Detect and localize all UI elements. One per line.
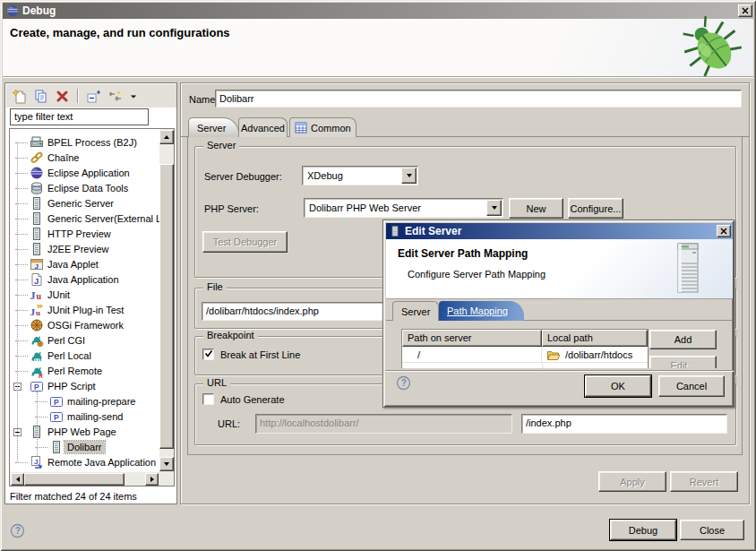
close-button[interactable]: Close [680,520,744,540]
edit-server-dialog: Edit Server Edit Server Path Mapping Con… [382,220,735,408]
server-icon [30,242,44,256]
svg-text:J: J [35,263,39,271]
datatools-icon [30,181,44,195]
cancel-button[interactable]: Cancel [658,375,725,397]
server-tower-icon [674,242,703,296]
chain-icon [30,151,44,165]
url-path-input[interactable]: /index.php [521,414,727,434]
menu-arrow-icon[interactable] [129,89,138,104]
break-first-line-checkbox[interactable] [202,349,214,360]
scroll-left-button[interactable] [11,473,24,486]
filter-input[interactable]: type filter text [10,108,149,125]
scroll-up-button[interactable] [159,130,174,144]
new-server-button[interactable]: New [509,198,563,219]
window-title: Debug [22,4,56,17]
edit-server-header: Edit Server Path Mapping Configure Serve… [386,239,733,299]
test-debugger-button[interactable]: Test Debugger [202,231,288,253]
edit-server-heading: Edit Server Path Mapping [398,247,528,260]
osgi-icon [30,318,44,332]
svg-text:P: P [34,383,39,392]
revert-button[interactable]: Revert [670,471,738,492]
break-first-line-label: Break at First Line [220,349,300,360]
banner-title: Create, manage, and run configurations [10,26,230,39]
url-label: URL: [218,418,240,429]
help-button[interactable]: ? [10,523,25,538]
bug-icon [676,16,746,77]
table-row[interactable]: / /dolibarr/htdocs [402,347,648,363]
ok-button[interactable]: OK [585,375,651,397]
common-tab-icon [295,122,307,133]
apply-button[interactable]: Apply [598,471,666,492]
scroll-down-button[interactable] [159,457,174,471]
php-icon: P [49,409,64,424]
add-mapping-button[interactable]: Add [649,330,717,349]
debug-button[interactable]: Debug [610,520,676,540]
modal-tab-server[interactable]: Server [392,301,439,321]
server-debugger-label: Server Debugger: [204,171,282,182]
edit-mapping-button[interactable]: Edit... [649,356,717,368]
edit-server-subheading: Configure Server Path Mapping [408,269,546,280]
breakpoint-group-label: Breakpoint [203,330,258,340]
svg-text:J: J [30,289,36,302]
configure-server-button[interactable]: Configure... [568,198,623,219]
tree-item-label: JUnit Plug-in Test [45,304,126,316]
tree-item-label: HTTP Preview [45,228,114,240]
junit-plugin-icon: Ju [30,303,44,317]
modal-separator [385,370,734,372]
new-config-icon[interactable] [12,89,27,104]
folder-icon [546,349,561,361]
tab-server[interactable]: Server [188,117,239,137]
debug-dialog: Debug Create, manage, and run configurat… [0,0,756,551]
dropdown-arrow[interactable] [401,168,417,184]
col-path-on-server[interactable]: Path on server [402,330,542,347]
modal-content: Path on server Local path / /dolibarr/ht… [386,321,733,368]
close-icon [740,5,751,16]
auto-generate-checkbox[interactable] [202,393,214,405]
server-group-label: Server [203,140,239,151]
server-icon [30,211,44,226]
tab-common[interactable]: Common [289,117,357,137]
vscroll-thumb[interactable] [159,164,174,449]
close-edit-server-button[interactable] [717,225,731,237]
php-icon: P [49,394,64,409]
duplicate-icon[interactable] [33,89,48,104]
col-local-path[interactable]: Local path [542,330,648,347]
config-types-panel: type filter text BPEL Process (B2J)Chaîn… [4,82,177,504]
perl-cgi-icon [30,333,44,348]
svg-text:u: u [37,291,42,301]
url-group-label: URL [203,377,230,388]
tab-advanced[interactable]: Advanced [238,117,288,137]
name-input[interactable]: Dolibarr [215,90,742,108]
server-debugger-select[interactable]: XDebug [302,166,418,185]
perl-icon [30,349,44,363]
svg-text:J: J [30,306,36,317]
path-mapping-table: Path on server Local path / /dolibarr/ht… [401,329,649,368]
tree-item-label: OSGi Framework [45,319,126,331]
tree-item-label: JUnit [45,288,73,301]
svg-text:R: R [39,373,43,379]
filter-icon[interactable] [107,89,123,104]
hscroll-thumb[interactable] [24,473,125,486]
edit-server-title: Edit Server [405,225,717,237]
scroll-right-button[interactable] [145,473,159,486]
tree-item-label: Perl CGI [45,334,88,347]
applet-icon: J [30,257,44,271]
svg-text:J: J [34,458,38,466]
collapse-all-icon[interactable] [86,89,101,104]
tree-item-label: PHP Web Page [45,426,119,438]
modal-help-button[interactable]: ? [396,375,411,391]
php-server-select[interactable]: Dolibarr PHP Web Server [304,198,503,218]
server-icon [30,227,44,241]
svg-text:?: ? [15,526,21,536]
tree-item-label: Generic Server [45,197,116,210]
dropdown-arrow[interactable] [486,200,502,216]
perl-remote-icon: R [30,364,44,378]
tree-item-label: Eclipse Data Tools [45,182,131,194]
toolbar-separator [77,89,79,103]
name-label: Name: [189,94,218,105]
junit-icon: Ju [30,288,44,302]
close-window-button[interactable] [738,4,752,17]
file-group-label: File [203,281,227,292]
delete-icon[interactable] [55,89,70,104]
modal-tab-path-mapping[interactable]: Path Mapping [439,301,524,321]
